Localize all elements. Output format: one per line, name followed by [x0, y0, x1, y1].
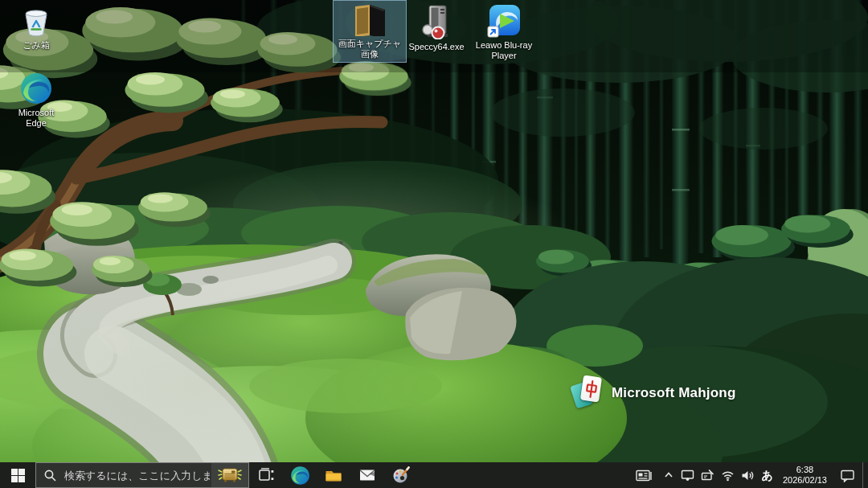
taskbar-paint3d-button[interactable] — [384, 462, 418, 488]
mahjong-red-dragon-tile — [580, 375, 602, 403]
desktop-icon-speccy[interactable]: Speccy64.exe — [403, 2, 469, 55]
speccy-icon — [420, 4, 452, 39]
mail-icon — [358, 465, 377, 485]
pen-tablet-icon — [701, 469, 714, 482]
file-explorer-icon — [324, 465, 343, 485]
desktop-icon-recycle-bin[interactable]: ごみ箱 — [5, 3, 68, 54]
monitor-icon — [681, 469, 694, 482]
clock-date: 2026/02/13 — [783, 475, 827, 486]
desktop-icon-capture-folder[interactable]: 画面キャプチャ画像 — [333, 0, 407, 63]
icon-label: ごみ箱 — [23, 40, 50, 51]
icon-label: Leawo Blu-ray Player — [472, 40, 536, 61]
taskbar: あ 6:38 2026/02/13 — [0, 462, 868, 488]
wallpaper-zen-garden — [0, 0, 868, 462]
search-input[interactable] — [63, 469, 211, 482]
mahjong-watermark: Microsoft Mahjong — [573, 375, 736, 411]
folder-icon — [348, 2, 391, 36]
speaker-icon — [741, 470, 755, 482]
desktop[interactable]: ごみ箱 Microsoft Edge 画面キャプチャ画像 — [0, 0, 868, 462]
display-tray-button[interactable] — [678, 462, 698, 488]
icon-label: Microsoft Edge — [7, 108, 65, 129]
taskbar-search-box[interactable] — [35, 462, 249, 488]
edge-icon — [19, 72, 53, 105]
edge-icon — [290, 465, 310, 486]
windows-logo-icon — [11, 469, 25, 482]
show-desktop-button[interactable] — [862, 462, 868, 488]
mahjong-tiles-icon — [573, 375, 604, 411]
system-tray: あ 6:38 2026/02/13 — [629, 462, 868, 488]
action-center-icon — [840, 469, 855, 482]
ime-mode-indicator[interactable]: あ — [758, 462, 777, 488]
mahjong-watermark-label: Microsoft Mahjong — [612, 385, 736, 401]
taskbar-clock[interactable]: 6:38 2026/02/13 — [777, 465, 833, 486]
action-center-button[interactable] — [833, 462, 862, 488]
start-button[interactable] — [0, 462, 35, 488]
chun-glyph — [583, 379, 599, 400]
search-icon — [44, 470, 56, 482]
taskbar-edge-button[interactable] — [283, 462, 317, 488]
search-highlights-button[interactable] — [211, 463, 248, 487]
desktop-icon-leawo[interactable]: Leawo Blu-ray Player — [468, 2, 540, 64]
taskbar-file-explorer-button[interactable] — [317, 462, 350, 488]
task-view-icon — [257, 466, 275, 484]
recycle-bin-icon — [20, 6, 52, 38]
news-and-interests-button[interactable] — [629, 462, 660, 488]
pen-input-tray-button[interactable] — [698, 462, 718, 488]
volume-tray-button[interactable] — [738, 462, 758, 488]
icon-label: 画面キャプチャ画像 — [338, 39, 402, 59]
task-view-button[interactable] — [249, 462, 283, 488]
leawo-icon — [487, 4, 521, 38]
hidden-icons-button[interactable] — [660, 462, 678, 488]
taskbar-mail-button[interactable] — [350, 462, 384, 488]
wifi-icon — [721, 470, 735, 482]
paint-3d-icon — [391, 465, 411, 485]
clock-time: 6:38 — [783, 465, 827, 475]
chevron-up-icon — [663, 470, 674, 481]
search-highlights-radio-icon — [218, 465, 242, 485]
network-tray-button[interactable] — [718, 462, 738, 488]
news-icon — [636, 469, 653, 482]
desktop-icon-microsoft-edge[interactable]: Microsoft Edge — [5, 69, 68, 132]
icon-label: Speccy64.exe — [408, 42, 464, 52]
